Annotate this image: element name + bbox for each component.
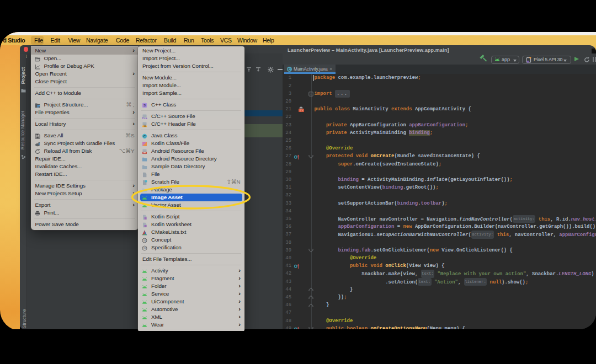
svg-text:S: S: [143, 104, 146, 107]
svg-text:N: N: [143, 239, 146, 242]
svg-text:C++: C++: [142, 116, 147, 120]
svg-text:N: N: [143, 247, 146, 250]
svg-text:C: C: [143, 134, 146, 138]
